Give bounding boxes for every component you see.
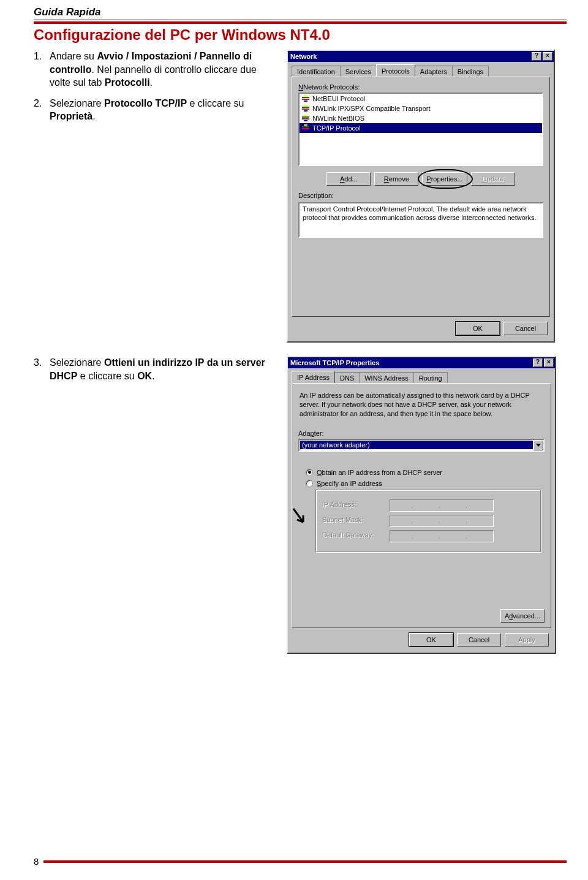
step-3-mid: e cliccare su (77, 371, 137, 381)
tab-adapters[interactable]: Adapters (415, 66, 453, 77)
step-2-num: 2. (34, 97, 50, 123)
radio-obtain-dhcp[interactable]: Obtain an IP address from a DHCP server (306, 469, 545, 476)
protocol-icon (301, 94, 310, 103)
subnet-mask-field: . . . (390, 515, 494, 527)
radio-icon (306, 469, 313, 476)
step-3-post: . (152, 371, 154, 381)
step-2-b1: Protocollo TCP/IP (104, 98, 187, 108)
step-1-pre: Andare su (50, 51, 97, 61)
instructions-col-2: 3. Selezionare Ottieni un indirizzo IP d… (34, 356, 276, 390)
screenshot-2: Microsoft TCP/IP Properties ? × IP Addre… (287, 356, 567, 654)
item-nwlink-netbios: NWLink NetBIOS (312, 115, 364, 122)
ok-button[interactable]: OK (456, 322, 500, 335)
apply-button: Apply (505, 633, 549, 647)
remove-button[interactable]: Remove (374, 172, 418, 186)
step-2-pre: Selezionare (50, 98, 104, 108)
properties-button[interactable]: Properties... (422, 172, 467, 186)
radio-icon (306, 480, 313, 487)
dropdown-button[interactable] (533, 440, 543, 450)
tab-routing[interactable]: Routing (413, 372, 448, 383)
page-footer: 8 (34, 856, 567, 867)
step-2-post: . (92, 111, 95, 121)
list-item[interactable]: TCP/IP Protocol (300, 123, 542, 133)
page-header: Guida Rapida (34, 6, 567, 20)
subnet-mask-label: Subnet Mask: (322, 516, 383, 523)
protocol-icon (301, 114, 310, 123)
tab-dns[interactable]: DNS (334, 372, 360, 383)
network-tabs: Identification Services Protocols Adapte… (292, 66, 550, 77)
row-step-1-2: 1. Andare su Avvio / Impostazioni / Pann… (34, 50, 567, 343)
page-title: Configurazione del PC per Windows NT4.0 (34, 26, 567, 44)
ok-button[interactable]: OK (409, 633, 453, 647)
page-number: 8 (34, 856, 39, 867)
step-1-post: . (150, 77, 153, 88)
header-rule (34, 21, 567, 24)
network-protocols-label: NNetwork Protocols:Network Protocols: (298, 83, 360, 91)
adapter-label: Adapter: (298, 430, 324, 437)
ip-address-label: IP Address: (322, 501, 383, 508)
default-gateway-label: Default Gateway: (322, 531, 383, 539)
arrow-annotation-icon (291, 506, 309, 531)
step-2-text: Selezionare Protocollo TCP/IP e cliccare… (50, 97, 276, 123)
list-item[interactable]: NWLink IPX/SPX Compatible Transport (300, 104, 542, 113)
tab-protocols[interactable]: Protocols (376, 64, 415, 77)
cancel-button[interactable]: Cancel (457, 633, 501, 647)
network-title: Network (290, 53, 530, 60)
item-netbeui: NetBEUI Protocol (312, 95, 365, 102)
close-button[interactable]: × (543, 52, 552, 61)
help-text: An IP address can be automatically assig… (300, 391, 543, 419)
adapter-combobox[interactable]: (your network adapter) (298, 439, 545, 452)
network-titlebar[interactable]: Network ? × (288, 51, 554, 62)
step-3-b2: OK (137, 371, 152, 381)
help-button[interactable]: ? (532, 52, 541, 61)
step-2-mid: e cliccare su (187, 98, 244, 108)
step-1-b2: Protocolli (105, 77, 150, 88)
tcpip-properties-dialog: Microsoft TCP/IP Properties ? × IP Addre… (287, 356, 556, 654)
protocol-icon (301, 124, 310, 132)
tcpip-tabs: IP Address DNS WINS Address Routing (292, 372, 551, 383)
add-button[interactable]: Add... (326, 172, 371, 186)
tab-identification[interactable]: Identification (292, 66, 341, 77)
list-item[interactable]: NetBEUI Protocol (300, 94, 542, 104)
step-3-text: Selezionare Ottieni un indirizzo IP da u… (50, 356, 276, 382)
tcpip-title: Microsoft TCP/IP Properties (290, 359, 532, 366)
step-2-b2: Proprietà (50, 111, 92, 121)
adapter-selected: (your network adapter) (300, 441, 533, 449)
step-1-num: 1. (34, 50, 50, 89)
row-step-3: 3. Selezionare Ottieni un indirizzo IP d… (34, 356, 567, 654)
default-gateway-field: . . . (390, 530, 494, 542)
cancel-button[interactable]: Cancel (503, 322, 548, 335)
item-nwlink-ipx: NWLink IPX/SPX Compatible Transport (312, 105, 431, 112)
footer-rule (43, 860, 567, 863)
update-button: Update (471, 172, 515, 186)
step-1-text: Andare su Avvio / Impostazioni / Pannell… (50, 50, 276, 89)
step-3-num: 3. (34, 356, 50, 382)
description-box: Transport Control Protocol/Internet Prot… (298, 202, 543, 238)
protocols-listbox[interactable]: NetBEUI Protocol NWLink IPX/SPX Compatib… (298, 93, 543, 166)
instructions-col-1: 1. Andare su Avvio / Impostazioni / Pann… (34, 50, 276, 131)
tab-wins-address[interactable]: WINS Address (359, 372, 414, 383)
radio-obtain-label: Obtain an IP address from a DHCP server (317, 469, 442, 476)
protocol-icon (301, 104, 310, 113)
network-dialog: Network ? × Identification Services Prot… (287, 50, 555, 343)
help-button[interactable]: ? (533, 358, 543, 367)
radio-specify-ip[interactable]: Specify an IP address (306, 480, 545, 487)
chevron-down-icon (536, 444, 541, 447)
close-button[interactable]: × (544, 358, 554, 367)
ip-address-tab-body: An IP address can be automatically assig… (292, 383, 551, 628)
tab-bindings[interactable]: Bindings (452, 66, 489, 77)
list-item[interactable]: NWLink NetBIOS (300, 113, 542, 123)
item-tcpip: TCP/IP Protocol (312, 124, 361, 132)
step-3-pre: Selezionare (50, 357, 104, 368)
tab-services[interactable]: Services (340, 66, 377, 77)
ip-fields-group: IP Address: . . . Subnet Mask: . . . Def… (315, 490, 541, 552)
protocols-tab-body: NNetwork Protocols:Network Protocols: Ne… (292, 77, 550, 317)
ip-address-field: . . . (390, 499, 494, 512)
tab-ip-address[interactable]: IP Address (292, 371, 335, 383)
radio-specify-label: Specify an IP address (317, 480, 382, 487)
screenshot-1: Network ? × Identification Services Prot… (287, 50, 567, 343)
advanced-button[interactable]: Advanced... (500, 609, 545, 623)
tcpip-titlebar[interactable]: Microsoft TCP/IP Properties ? × (288, 357, 555, 368)
description-label: Description: (298, 192, 334, 199)
